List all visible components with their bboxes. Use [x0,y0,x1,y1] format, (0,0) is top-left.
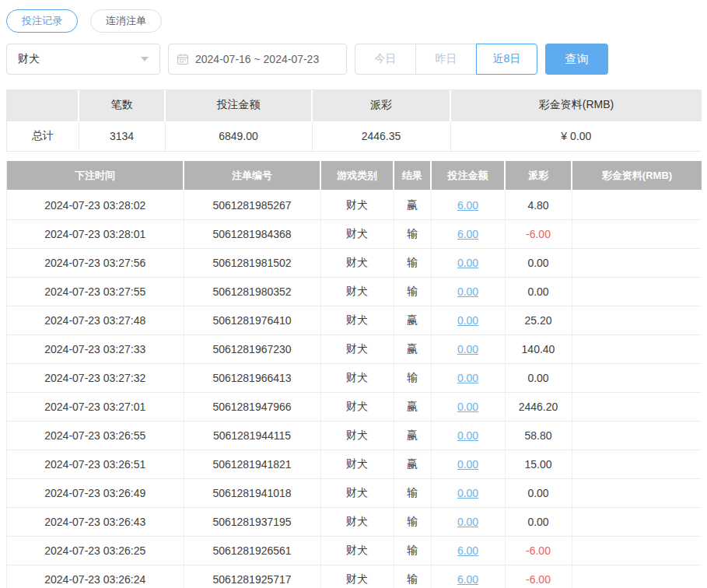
betting-records-page: 投注记录 连消注单 财犬 202 [0,0,707,588]
last-8-days-button[interactable]: 近8日 [476,44,537,75]
bet-id-cell: 5061281941018 [184,478,320,507]
table-row: 2024-07-23 03:28:015061281984368财犬输6.00-… [7,219,702,248]
bet-amount-cell: 0.00 [431,277,505,306]
bet-id-cell: 5061281925717 [184,565,320,588]
bet-amount-cell: 0.00 [431,334,505,363]
payout-cell: -6.00 [505,565,572,588]
summary-total-label: 总计 [7,121,79,151]
bet-time-cell: 2024-07-23 03:26:43 [7,507,184,536]
bet-amount-link[interactable]: 0.00 [457,285,478,298]
bet-amount-link[interactable]: 6.00 [457,573,478,586]
table-row: 2024-07-23 03:27:335061281967230财犬赢0.001… [7,334,702,363]
bet-id-cell: 5061281937195 [184,507,320,536]
result-cell: 赢 [394,392,431,421]
header-game-type: 游戏类别 [320,161,394,191]
bonus-cell [572,191,702,219]
bet-amount-link[interactable]: 0.00 [457,516,478,528]
bet-id-cell: 5061281947966 [184,392,320,421]
bet-time-cell: 2024-07-23 03:26:55 [7,421,184,450]
payout-cell: 15.00 [505,450,572,478]
bet-amount-cell: 0.00 [431,363,505,392]
payout-cell: 2446.20 [505,392,572,421]
table-row: 2024-07-23 03:27:015061281947966财犬赢0.002… [7,392,702,421]
bet-amount-cell: 6.00 [431,565,505,588]
result-cell: 输 [394,277,431,306]
bet-amount-link[interactable]: 6.00 [457,544,478,557]
bet-id-cell: 5061281984368 [184,219,320,248]
bet-amount-link[interactable]: 6.00 [457,199,478,212]
table-row: 2024-07-23 03:26:255061281926561财犬输6.00-… [7,536,702,565]
payout-cell: 0.00 [505,277,572,306]
table-row: 2024-07-23 03:26:515061281941821财犬赢0.001… [7,450,702,478]
result-cell: 赢 [394,191,431,219]
game-select[interactable]: 财犬 [6,44,160,75]
result-cell: 输 [394,363,431,392]
game-type-cell: 财犬 [320,507,394,536]
bet-amount-cell: 6.00 [431,219,505,248]
bet-time-cell: 2024-07-23 03:26:49 [7,478,184,507]
payout-cell: 25.20 [505,306,572,334]
table-row: 2024-07-23 03:27:485061281976410财犬赢0.002… [7,306,702,334]
game-type-cell: 财犬 [320,392,394,421]
bet-amount-link[interactable]: 0.00 [457,401,478,413]
bet-id-cell: 5061281985267 [184,191,320,219]
summary-total-payout: 2446.35 [312,121,450,151]
result-cell: 赢 [394,334,431,363]
game-type-cell: 财犬 [320,306,394,334]
summary-header-row: 笔数 投注金额 派彩 彩金资料(RMB) [7,90,702,121]
result-cell: 输 [394,536,431,565]
bet-amount-link[interactable]: 0.00 [457,372,478,384]
game-type-cell: 财犬 [320,536,394,565]
bet-amount-cell: 0.00 [431,421,505,450]
bet-amount-cell: 6.00 [431,536,505,565]
game-type-cell: 财犬 [320,277,394,306]
table-row: 2024-07-23 03:27:565061281981502财犬输0.000… [7,248,702,277]
game-type-cell: 财犬 [320,248,394,277]
bet-amount-cell: 0.00 [431,507,505,536]
bet-amount-link[interactable]: 0.00 [457,343,478,355]
tab-cancelled-bets[interactable]: 连消注单 [90,9,162,33]
table-row: 2024-07-23 03:28:025061281985267财犬赢6.004… [7,191,702,219]
bet-time-cell: 2024-07-23 03:26:25 [7,536,184,565]
bet-amount-link[interactable]: 0.00 [457,458,478,471]
game-select-value: 财犬 [18,52,40,66]
top-tabs: 投注记录 连消注单 [6,9,701,33]
payout-cell: 4.80 [505,191,572,219]
header-bet-id: 注单编号 [184,161,320,191]
search-button[interactable]: 查询 [545,44,608,75]
game-type-cell: 财犬 [320,334,394,363]
payout-cell: -6.00 [505,536,572,565]
calendar-icon [177,53,189,65]
tab-betting-records[interactable]: 投注记录 [6,9,78,33]
bonus-cell [572,334,702,363]
filter-toolbar: 财犬 2024-07-16 ~ 2024-07-23 [6,44,701,75]
summary-header-bet-amount: 投注金额 [165,90,312,121]
bet-amount-link[interactable]: 0.00 [457,429,478,442]
today-button[interactable]: 今日 [355,44,416,75]
bonus-cell [572,565,702,588]
summary-header-payout: 派彩 [312,90,450,121]
bonus-cell [572,277,702,306]
game-type-cell: 财犬 [320,191,394,219]
bet-amount-link[interactable]: 0.00 [457,257,478,269]
header-bet-amount: 投注金额 [431,161,505,191]
chevron-down-icon [141,57,149,61]
payout-cell: 0.00 [505,507,572,536]
bet-id-cell: 5061281926561 [184,536,320,565]
bet-amount-link[interactable]: 0.00 [457,487,478,499]
game-type-cell: 财犬 [320,421,394,450]
table-row: 2024-07-23 03:26:245061281925717财犬输6.00-… [7,565,702,588]
game-type-cell: 财犬 [320,478,394,507]
yesterday-button[interactable]: 昨日 [415,44,477,75]
summary-header-blank [7,90,79,121]
bet-amount-link[interactable]: 0.00 [457,314,478,327]
bonus-cell [572,219,702,248]
bet-amount-link[interactable]: 6.00 [457,228,478,240]
header-bet-time: 下注时间 [7,161,184,191]
bet-amount-cell: 0.00 [431,478,505,507]
bet-time-cell: 2024-07-23 03:27:48 [7,306,184,334]
header-payout: 派彩 [505,161,572,191]
bonus-cell [572,248,702,277]
bet-time-cell: 2024-07-23 03:28:01 [7,219,184,248]
date-range-input[interactable]: 2024-07-16 ~ 2024-07-23 [168,44,347,75]
